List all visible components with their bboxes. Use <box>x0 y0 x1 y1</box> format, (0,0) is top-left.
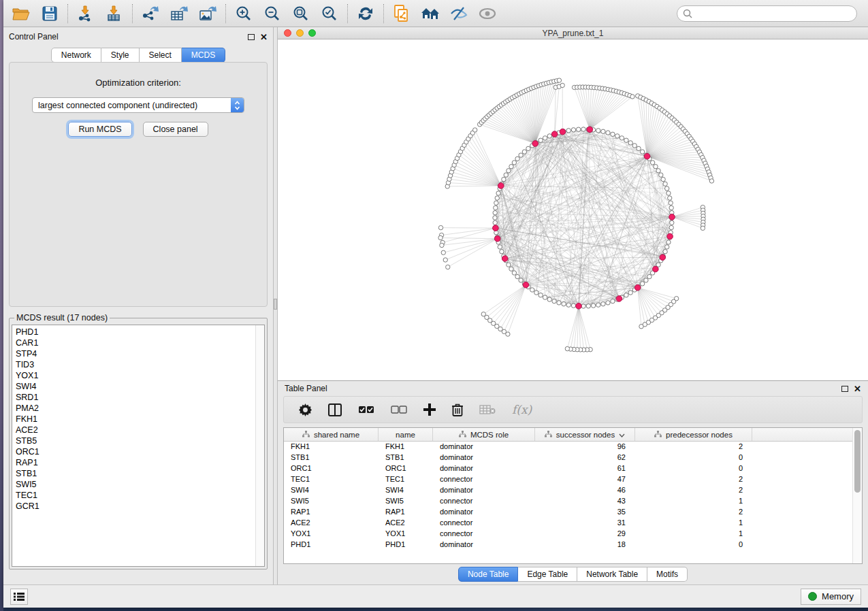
table-row[interactable]: TEC1TEC1connector472 <box>284 474 852 485</box>
mcds-hub-node[interactable] <box>669 214 675 220</box>
mcds-hub-node[interactable] <box>616 296 622 302</box>
network-from-selection-icon[interactable] <box>392 4 411 23</box>
table-row[interactable]: ACE2ACE2connector311 <box>284 518 852 529</box>
zoom-fit-icon[interactable] <box>291 4 310 23</box>
tab-edge-table[interactable]: Edge Table <box>518 567 577 582</box>
mcds-hub-node[interactable] <box>523 282 529 288</box>
export-network-icon[interactable] <box>141 4 160 23</box>
network-node[interactable] <box>628 141 632 145</box>
search-box[interactable] <box>677 5 857 22</box>
network-node[interactable] <box>498 245 502 249</box>
leaf-node[interactable] <box>446 265 450 269</box>
export-table-icon[interactable] <box>170 4 189 23</box>
network-node[interactable] <box>552 299 556 303</box>
column-header-name[interactable]: name <box>379 428 433 441</box>
tab-mcds[interactable]: MCDS <box>182 48 225 63</box>
network-node[interactable] <box>586 304 590 308</box>
network-node[interactable] <box>493 216 497 220</box>
delete-column-trash-icon[interactable] <box>452 403 463 416</box>
leaf-node[interactable] <box>441 250 445 254</box>
network-node[interactable] <box>581 127 585 131</box>
network-node[interactable] <box>650 161 654 165</box>
search-input[interactable] <box>696 9 851 18</box>
network-node[interactable] <box>596 129 600 133</box>
network-node[interactable] <box>571 128 575 132</box>
mcds-hub-node[interactable] <box>653 266 659 272</box>
network-node[interactable] <box>530 288 534 292</box>
leaf-node[interactable] <box>443 258 447 262</box>
network-node[interactable] <box>509 267 513 271</box>
table-row[interactable]: RAP1RAP1dominator352 <box>284 507 852 518</box>
mcds-result-item[interactable]: STB5 <box>16 435 255 446</box>
mcds-result-item[interactable]: GCR1 <box>16 501 255 512</box>
network-node[interactable] <box>566 129 570 133</box>
close-table-panel-icon[interactable]: ✕ <box>854 384 861 393</box>
mcds-result-item[interactable]: TID3 <box>16 359 255 370</box>
network-node[interactable] <box>670 220 674 225</box>
network-node[interactable] <box>566 303 570 307</box>
network-node[interactable] <box>504 173 508 177</box>
save-session-icon[interactable] <box>40 4 59 23</box>
network-node[interactable] <box>663 182 667 186</box>
network-node[interactable] <box>647 274 652 278</box>
table-row[interactable]: SWI4SWI4dominator462 <box>284 485 852 496</box>
table-row[interactable]: FKH1FKH1dominator962 <box>284 442 852 452</box>
mcds-list-scrollbar[interactable] <box>255 325 264 566</box>
mcds-result-item[interactable]: SRD1 <box>16 392 255 403</box>
network-node[interactable] <box>601 302 605 306</box>
import-table-icon[interactable] <box>105 4 124 23</box>
open-session-icon[interactable] <box>12 4 31 23</box>
float-panel-icon[interactable] <box>248 34 255 40</box>
float-table-panel-icon[interactable] <box>841 386 848 392</box>
memory-button[interactable]: Memory <box>801 589 861 605</box>
network-node[interactable] <box>543 136 547 140</box>
mcds-hub-node[interactable] <box>551 131 558 137</box>
leaf-node[interactable] <box>557 78 561 82</box>
network-node[interactable] <box>539 138 543 142</box>
network-node[interactable] <box>601 129 605 133</box>
mcds-result-item[interactable]: STB1 <box>16 468 255 479</box>
mcds-result-item[interactable]: PHD1 <box>16 327 255 337</box>
network-node[interactable] <box>666 191 671 195</box>
leaf-node[interactable] <box>639 325 643 329</box>
network-node[interactable] <box>606 131 610 135</box>
mcds-result-item[interactable]: PMA2 <box>16 403 255 414</box>
network-node[interactable] <box>515 156 519 161</box>
network-node[interactable] <box>669 225 673 229</box>
mcds-result-item[interactable]: ACE2 <box>16 425 255 435</box>
mcds-hub-node[interactable] <box>576 303 582 310</box>
select-all-icon[interactable] <box>358 406 374 414</box>
mcds-result-item[interactable]: STP4 <box>16 348 255 359</box>
deselect-all-icon[interactable] <box>391 406 407 414</box>
column-visibility-icon[interactable] <box>328 403 342 416</box>
mcds-hub-node[interactable] <box>493 225 499 231</box>
network-node[interactable] <box>665 245 669 249</box>
network-node[interactable] <box>507 263 511 267</box>
network-node[interactable] <box>577 127 581 131</box>
network-node[interactable] <box>557 301 561 305</box>
network-node[interactable] <box>663 250 667 254</box>
table-row[interactable]: ORC1ORC1dominator610 <box>284 463 852 474</box>
network-node[interactable] <box>637 146 641 150</box>
tab-select[interactable]: Select <box>140 48 182 63</box>
network-node[interactable] <box>656 169 660 173</box>
leaf-node[interactable] <box>472 128 477 132</box>
network-node[interactable] <box>494 201 498 205</box>
mcds-hub-node[interactable] <box>532 141 539 147</box>
export-image-icon[interactable] <box>198 4 217 23</box>
leaf-node[interactable] <box>438 235 443 240</box>
mcds-hub-node[interactable] <box>660 254 666 261</box>
network-node[interactable] <box>659 173 663 177</box>
network-node[interactable] <box>628 291 632 295</box>
network-node[interactable] <box>526 146 530 150</box>
network-node[interactable] <box>512 271 516 275</box>
mcds-hub-node[interactable] <box>667 233 673 240</box>
network-node[interactable] <box>543 295 547 299</box>
network-node[interactable] <box>500 250 504 254</box>
network-node[interactable] <box>539 293 543 297</box>
network-node[interactable] <box>611 132 615 136</box>
network-node[interactable] <box>496 191 500 195</box>
leaf-node[interactable] <box>438 225 443 229</box>
network-node[interactable] <box>515 274 519 278</box>
network-node[interactable] <box>666 240 671 244</box>
